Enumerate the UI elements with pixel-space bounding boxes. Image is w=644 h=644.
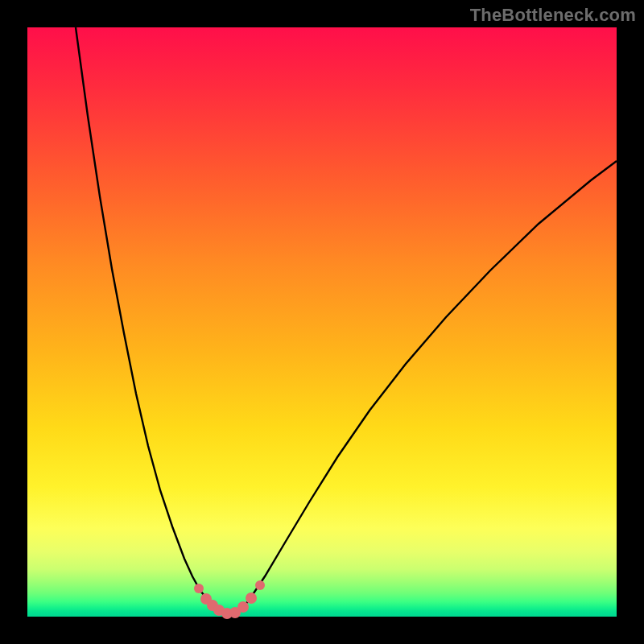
curve-left — [76, 27, 222, 612]
trough-marker — [237, 601, 249, 613]
curve-right — [238, 161, 617, 612]
chart-frame: TheBottleneck.com — [0, 0, 644, 644]
trough-markers — [194, 580, 265, 619]
trough-marker — [246, 592, 257, 604]
trough-marker — [194, 584, 204, 593]
curve-layer — [27, 27, 617, 617]
plot-area — [27, 27, 617, 617]
trough-marker — [255, 580, 265, 590]
watermark-text: TheBottleneck.com — [470, 5, 636, 26]
